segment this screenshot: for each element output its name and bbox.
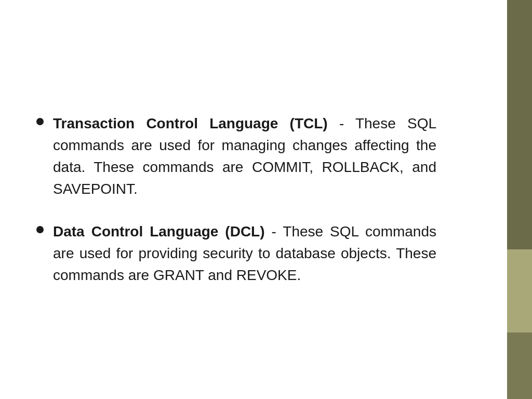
deco-middle — [507, 249, 532, 332]
tcl-title: Transaction Control Language (TCL) — [53, 115, 328, 131]
content-area: Transaction Control Language (TCL) - The… — [0, 92, 468, 307]
bullet-item-dcl: Data Control Language (DCL) - These SQL … — [36, 221, 436, 286]
bullet-item-tcl: Transaction Control Language (TCL) - The… — [36, 113, 436, 200]
deco-top — [507, 0, 532, 249]
bullet-dot-tcl — [36, 118, 44, 125]
bullet-text-dcl: Data Control Language (DCL) - These SQL … — [53, 221, 436, 286]
dcl-title: Data Control Language (DCL) — [53, 223, 265, 240]
slide: Transaction Control Language (TCL) - The… — [0, 0, 532, 399]
bullet-text-tcl: Transaction Control Language (TCL) - The… — [53, 113, 436, 200]
deco-bottom — [507, 332, 532, 399]
right-decoration — [507, 0, 532, 399]
bullet-dot-dcl — [36, 226, 44, 233]
